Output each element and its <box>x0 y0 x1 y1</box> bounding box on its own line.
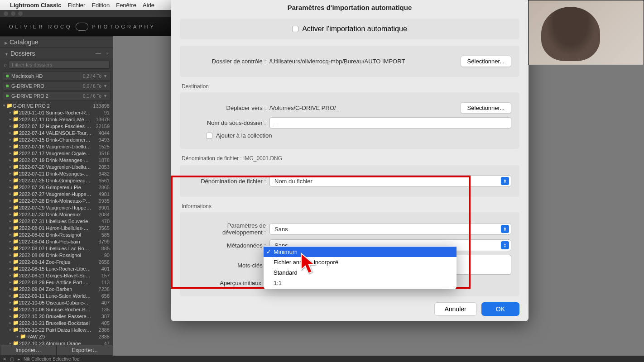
folder-item[interactable]: ▸📁2022-07-21 Drink-Mésanges-Pic…3482 <box>0 170 113 177</box>
drive-gdrive[interactable]: G-DRIVE PRO0,0 / 6 To▼ <box>3 81 111 90</box>
folder-root[interactable]: ▼📁G-DRIVE PRO 2133898 <box>0 102 113 109</box>
add-to-collection-label: Ajouter à la collection <box>216 132 272 139</box>
add-to-collection-checkbox[interactable] <box>206 133 212 139</box>
folder-item[interactable]: ▸📁2022-07-14 VALENSOLE-Tourne…4044 <box>0 129 113 136</box>
folder-item[interactable]: ▸📁2022-07-31 Libellules-Bouverie470 <box>0 218 113 224</box>
folder-tree: ▼📁G-DRIVE PRO 2133898 ▸📁2020-11-01 Sunri… <box>0 101 113 348</box>
folder-item[interactable]: ▸📁2022-10-20 Bruxelles-Passerelle…387 <box>0 313 113 319</box>
initial-previews-dropdown[interactable]: Minimum Fichier annexe incorporé Standar… <box>264 246 457 289</box>
left-panel: ▶Catalogue ▼Dossiers — + ⌕ Macintosh HD0… <box>0 36 113 356</box>
destination-header: Destination <box>182 83 519 90</box>
brand-logo: OLIVIER ROCQ PHOTOGRAPHY <box>9 23 156 31</box>
file-naming-label: Dénomination de fichier : <box>188 178 269 185</box>
move-to-label: Déplacer vers : <box>188 105 269 111</box>
panel-catalogue[interactable]: ▶Catalogue <box>0 36 113 48</box>
chevron-updown-icon: ▲▼ <box>501 177 509 185</box>
move-to-path: /Volumes/G-DRIVE PRO/_ <box>269 105 461 111</box>
folder-item[interactable]: ▸📁2022-09-11 Lune-Salon World O…658 <box>0 292 113 299</box>
subfolder-label: Nom du sous-dossier : <box>188 119 269 126</box>
enable-auto-import-label: Activer l'importation automatique <box>302 25 407 33</box>
folder-filter-input[interactable] <box>9 61 110 69</box>
cancel-button[interactable]: Annuler <box>434 302 477 316</box>
traffic-close[interactable] <box>4 11 8 16</box>
develop-settings-label: Paramètres de développement : <box>188 222 269 236</box>
folder-item[interactable]: ▸📁2022-08-14 Zoo-Frejus2656 <box>0 258 113 265</box>
enable-auto-import-checkbox[interactable] <box>292 26 298 32</box>
folder-item[interactable]: ▸📁2022-10-21 Bruxelles-Bockstael405 <box>0 319 113 326</box>
traffic-min[interactable] <box>11 11 15 16</box>
metadata-label: Métadonnées : <box>188 242 269 249</box>
traffic-max[interactable] <box>18 11 23 16</box>
ok-button[interactable]: OK <box>481 302 519 316</box>
folder-item[interactable]: ▸📁2022-07-11 Drink-Renard-Mésan…13678 <box>0 116 113 123</box>
menu-edit[interactable]: Edition <box>91 2 110 9</box>
webcam-overlay <box>528 0 644 65</box>
folder-item[interactable]: ▸📁2022-07-15 Drink-Chardonneret…9493 <box>0 136 113 143</box>
subfolder-input[interactable] <box>269 117 511 129</box>
choose-destination-button[interactable]: Sélectionner... <box>461 102 511 114</box>
folder-item[interactable]: ▸📁2022-08-29 Feu-Artifice-Port-Fr…113 <box>0 279 113 286</box>
folder-item[interactable]: ▸📁2022-09-04 Zoo-Barben7238 <box>0 286 113 292</box>
drive-gdrive2[interactable]: G-DRIVE PRO 20,1 / 6 To▼ <box>3 91 111 100</box>
chevron-updown-icon: ▲▼ <box>501 225 509 233</box>
import-button[interactable]: Importer… <box>0 345 57 356</box>
dropdown-option-1-1[interactable]: 1:1 <box>264 278 457 288</box>
develop-settings-select[interactable]: Sans▲▼ <box>269 223 511 235</box>
folder-item[interactable]: ▸📁2022-08-01 Héron-Libellules-Pa…3565 <box>0 224 113 231</box>
folder-item[interactable]: ▸📁2022-07-20 Vaugrenier-Libellule…2053 <box>0 163 113 170</box>
folder-item[interactable]: ▸📁2022-07-19 Drink-Mésanges-Ro…1878 <box>0 157 113 163</box>
export-button[interactable]: Exporter… <box>57 345 113 356</box>
watch-folder-path: /Utilisateurs/olivierrocq-mbp/Bureau/AUT… <box>269 58 461 65</box>
folder-item[interactable]: ▸📁2022-07-29 Vaugrenier-Huppes-…3901 <box>0 204 113 211</box>
folder-item[interactable]: ▸📁2022-07-16 Vaugrenier-Libellules1525 <box>0 143 113 150</box>
search-icon: ⌕ <box>4 62 7 68</box>
tutorial-cursor-icon <box>300 252 320 276</box>
drive-macintosh[interactable]: Macintosh HD0,2 / 4 To▼ <box>3 71 111 81</box>
folder-item[interactable]: ▸📁2020-11-01 Sunrise-Rocher-Roqu…91 <box>0 109 113 116</box>
dropdown-option-minimum[interactable]: Minimum <box>264 247 457 257</box>
folder-item[interactable]: ▸📁2022-07-26 Grimpereau-Pie2865 <box>0 184 113 191</box>
information-header: Informations <box>182 203 519 210</box>
folder-item[interactable]: ▸📁2022-07-27 Vaugrenier-Huppes-…4981 <box>0 191 113 197</box>
keywords-label: Mots-clés : <box>188 262 269 269</box>
folder-item[interactable]: ▸📁2022-07-12 Huppes-Fasciées-Cig…22159 <box>0 123 113 129</box>
folder-item[interactable]: ▸📁2022-10-05 Oiseaux-Cabane-He…407 <box>0 299 113 306</box>
chevron-updown-icon: ▲▼ <box>501 241 509 249</box>
choose-watch-folder-button[interactable]: Sélectionner... <box>461 56 511 67</box>
close-icon[interactable]: ✕ <box>3 357 6 362</box>
dropdown-option-standard[interactable]: Standard <box>264 267 457 278</box>
folder-item[interactable]: ▸📁2022-08-15 Lune-Rocher-Libellu…401 <box>0 265 113 272</box>
folder-item[interactable]: ▸📁2022-07-30 Drink-Moineaux2084 <box>0 211 113 218</box>
panel-dossiers[interactable]: ▼Dossiers — + <box>0 48 113 59</box>
folder-item[interactable]: ▸📁2022-07-17 Vaugrenier-Cigales-…3516 <box>0 150 113 157</box>
folder-item[interactable]: ▸📁2022-07-25 Drink-Grimpereau-Pic…6561 <box>0 177 113 184</box>
folder-item[interactable]: ▸📁2022-08-09 Drink-Rossignol90 <box>0 252 113 258</box>
folder-item[interactable]: ▸📁2022-08-07 Libellules-Lac Roqu…885 <box>0 245 113 252</box>
folder-item[interactable]: ▸📁2022-10-06 Sunrise-Rocher-Bru…135 <box>0 306 113 313</box>
app-menu[interactable]: Lightroom Classic <box>10 2 61 9</box>
file-naming-header: Dénomination de fichier : IMG_0001.DNG <box>182 155 519 162</box>
folder-item[interactable]: ▸📁2022-07-28 Drink-Moineaux-Pic…6935 <box>0 197 113 204</box>
folder-item[interactable]: ▸📁2022-10-22 Pairi Daiza Halloween2388 <box>0 326 113 333</box>
menu-window[interactable]: Fenêtre <box>116 2 136 9</box>
menu-file[interactable]: Fichier <box>67 2 85 9</box>
folder-item[interactable]: ▸📁2022-08-04 Drink-Pies-bain3799 <box>0 238 113 245</box>
watch-folder-label: Dossier de contrôle : <box>188 58 269 65</box>
initial-previews-label: Aperçus initiaux <box>188 280 265 286</box>
folder-item[interactable]: ▸📁RAW Z92388 <box>0 333 113 340</box>
expand-icon[interactable]: ▢ <box>10 357 14 362</box>
folder-item[interactable]: ▸📁2022-08-02 Drink-Rossignol585 <box>0 231 113 238</box>
status-bar: ✕ ▢ ▸ Nik Collection Selective Tool <box>0 356 644 362</box>
dialog-title: Paramètres d'importation automatique <box>171 0 529 15</box>
file-naming-select[interactable]: Nom du fichier▲▼ <box>269 175 511 187</box>
menu-help[interactable]: Aide <box>143 2 154 9</box>
folder-item[interactable]: ▸📁2022-08-21 Gorges-Blavet-Sunrise157 <box>0 272 113 279</box>
statusbar-tool-label: Nik Collection Selective Tool <box>24 357 80 362</box>
dropdown-option-embedded[interactable]: Fichier annexe incorporé <box>264 257 457 267</box>
